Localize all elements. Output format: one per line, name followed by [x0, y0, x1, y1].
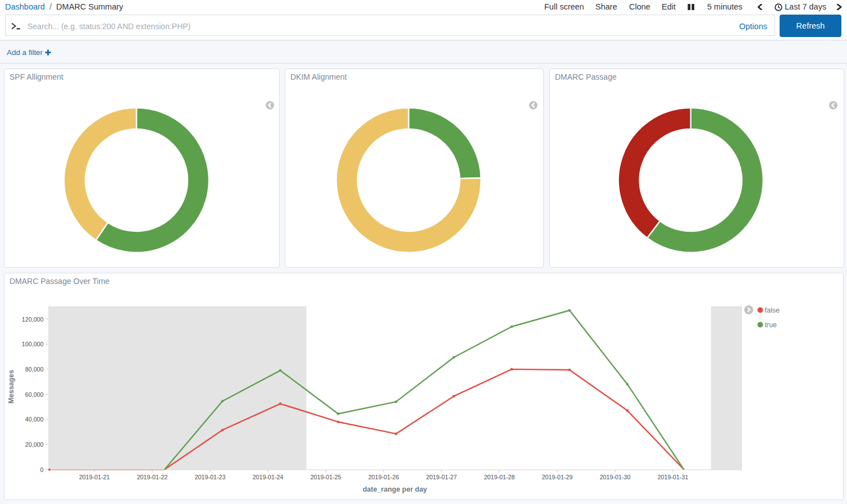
- svg-text:0: 0: [40, 466, 44, 473]
- svg-text:2019-01-23: 2019-01-23: [195, 474, 226, 480]
- svg-text:2019-01-27: 2019-01-27: [426, 474, 457, 480]
- svg-text:2019-01-25: 2019-01-25: [311, 474, 341, 480]
- svg-text:60,000: 60,000: [25, 391, 44, 398]
- svg-text:2019-01-29: 2019-01-29: [542, 474, 573, 480]
- svg-text:2019-01-30: 2019-01-30: [600, 474, 631, 480]
- svg-text:120,000: 120,000: [22, 316, 44, 323]
- svg-text:20,000: 20,000: [25, 441, 44, 448]
- svg-text:2019-01-24: 2019-01-24: [253, 474, 284, 480]
- svg-text:2019-01-21: 2019-01-21: [79, 474, 110, 480]
- svg-text:2019-01-31: 2019-01-31: [658, 474, 689, 480]
- svg-text:2019-01-22: 2019-01-22: [137, 474, 168, 480]
- svg-text:2019-01-28: 2019-01-28: [484, 474, 515, 480]
- svg-text:false: false: [765, 306, 780, 314]
- svg-text:100,000: 100,000: [22, 341, 44, 347]
- svg-text:2019-01-26: 2019-01-26: [368, 474, 399, 480]
- svg-text:true: true: [765, 321, 777, 329]
- svg-text:40,000: 40,000: [25, 416, 44, 423]
- svg-text:80,000: 80,000: [25, 366, 44, 373]
- svg-text:Messages: Messages: [7, 370, 15, 404]
- svg-text:date_range per day: date_range per day: [363, 485, 427, 493]
